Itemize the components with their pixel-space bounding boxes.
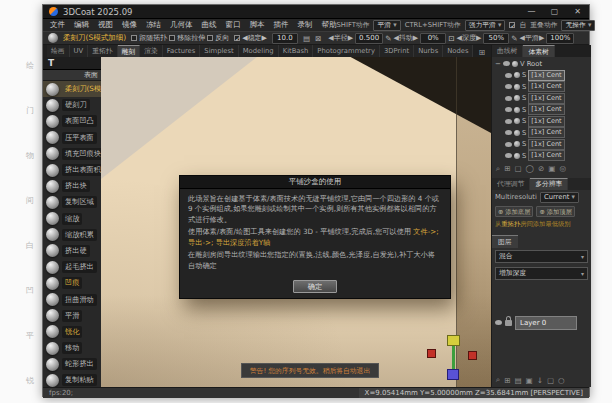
menu-item[interactable]: 冻结	[146, 20, 161, 30]
multires-select[interactable]: Current	[540, 192, 579, 203]
expander-icon[interactable]: −	[495, 60, 501, 68]
vox-tree-row[interactable]: S [1x] Cent	[492, 81, 591, 93]
depth-mode-select[interactable]: 增加深度▾	[495, 267, 588, 280]
visibility-eye-icon[interactable]	[505, 107, 512, 112]
toolbar-checkbox[interactable]: 反向	[207, 33, 229, 43]
brush-param[interactable]: ⊡ ◀深度▶ 50%	[448, 33, 509, 44]
menu-item[interactable]: 帮助	[322, 20, 337, 30]
tool-item[interactable]: 起毛挤出	[43, 259, 101, 275]
vox-tree-row[interactable]: S [1x] Cent	[492, 127, 591, 139]
ghost-sphere-icon[interactable]	[514, 95, 520, 101]
tab-proxy[interactable]: 代理调节	[492, 178, 530, 190]
visibility-eye-icon[interactable]	[505, 84, 512, 89]
ghost-sphere-icon[interactable]	[514, 130, 520, 136]
menu-item[interactable]: 镜像	[122, 20, 137, 30]
vox-layer-name[interactable]: [1x] Cent	[528, 150, 564, 161]
gizmo-handle-red-right[interactable]	[468, 351, 477, 360]
tool-item[interactable]: 表面凹凸	[43, 113, 101, 129]
tool-item[interactable]: 蛇形挤出	[43, 356, 101, 372]
close-button[interactable]: ✕	[566, 5, 589, 18]
vox-layer-name[interactable]: [1x] Cent	[528, 70, 564, 81]
ghost-sphere-icon[interactable]	[514, 118, 520, 124]
param-value[interactable]: 0.500	[355, 33, 383, 44]
ghost-sphere-icon[interactable]	[514, 141, 520, 147]
tool-item[interactable]: 挤出表面积累	[43, 162, 101, 178]
vox-tree-tool-icon[interactable]: ◯	[526, 164, 534, 173]
add-low-level-button[interactable]: ⊕ 添加底层	[495, 206, 533, 217]
visibility-eye-icon[interactable]	[505, 96, 512, 101]
ghost-sphere-icon[interactable]	[514, 72, 520, 78]
tool-item[interactable]: 移动	[43, 340, 101, 356]
blend-mode-select[interactable]: 混合▾	[495, 250, 588, 263]
vox-layer-name[interactable]: [1x] Cent	[528, 104, 564, 115]
layer-row[interactable]: Layer 0	[492, 316, 591, 330]
tool-item[interactable]: 缩放	[43, 211, 101, 227]
toolbar-checkbox[interactable]: 跟随拓扑	[131, 33, 167, 43]
menu-item[interactable]: 插件	[274, 20, 289, 30]
vox-tree-tool-icon[interactable]: ⌕	[496, 164, 500, 174]
room-tab[interactable]: KitBash	[279, 45, 314, 57]
tool-item[interactable]: 硬刻刀	[43, 97, 101, 113]
layers-tool-icon[interactable]: ▣	[526, 376, 533, 385]
vox-tree-row[interactable]: S [1x] Cent	[492, 139, 591, 151]
minimize-button[interactable]: —	[520, 5, 543, 18]
layer-visibility-eye-icon[interactable]	[495, 320, 502, 325]
maximize-button[interactable]: ▢	[543, 5, 566, 18]
root-layer-name[interactable]: Root	[527, 60, 542, 68]
tool-item[interactable]: 凹痕	[43, 275, 101, 291]
brush-preview-icon[interactable]	[48, 33, 58, 43]
tool-item[interactable]: 压平表面	[43, 130, 101, 146]
vox-tree-tool-icon[interactable]: ⊞	[504, 164, 510, 173]
vox-tree-tool-icon[interactable]: ▣	[548, 164, 555, 173]
tool-item[interactable]: 平滑	[43, 308, 101, 324]
stabilize-value[interactable]: 10.0	[272, 33, 298, 44]
layers-tool-icon[interactable]: ▤	[515, 376, 522, 385]
layers-tool-icon[interactable]: ▢	[547, 376, 554, 385]
brush-param[interactable]: ✎ ◀抖动▶ 0%	[385, 33, 446, 44]
ghost-sphere-icon[interactable]	[514, 153, 520, 159]
visibility-eye-icon[interactable]	[505, 153, 512, 158]
vox-layer-name[interactable]: [1x] Cent	[528, 93, 564, 104]
room-tab[interactable]: 渲染	[140, 45, 163, 57]
add-room-icon[interactable]: ⊞	[473, 48, 490, 57]
menu-item[interactable]: 编辑	[74, 20, 89, 30]
layer-name[interactable]: Layer 0	[515, 316, 577, 330]
visibility-eye-icon[interactable]	[505, 142, 512, 147]
ghost-sphere-icon[interactable]	[514, 84, 520, 90]
vox-tree-tool-icon[interactable]: ⊘	[538, 164, 544, 173]
vox-tree-row[interactable]: S [1x] Cent	[492, 150, 591, 162]
layer-lock-icon[interactable]	[505, 320, 512, 326]
visibility-eye-icon[interactable]	[505, 119, 512, 124]
vox-layer-name[interactable]: [1x] Cent	[528, 139, 564, 150]
gizmo-handle-violet[interactable]	[447, 369, 459, 380]
tool-item[interactable]: 填充凹痕块	[43, 146, 101, 162]
layers-tool-icon[interactable]: ↓	[537, 376, 543, 385]
right-panel-tab[interactable]: 体素树	[523, 45, 554, 57]
room-tab[interactable]: 绘画	[47, 45, 70, 57]
vox-layer-name[interactable]: [1x] Cent	[528, 116, 564, 127]
layers-tool-icon[interactable]: ⊞	[504, 376, 510, 385]
vox-tree-row[interactable]: S [1x] Cent	[492, 116, 591, 128]
visibility-eye-icon[interactable]	[503, 61, 510, 66]
menu-item[interactable]: 视图	[98, 20, 113, 30]
param-value[interactable]: 100%	[546, 33, 574, 44]
shift-action-select[interactable]: 平滑	[373, 20, 400, 31]
tool-item[interactable]: 扭曲滑动	[43, 291, 101, 307]
vox-tree-tool-icon[interactable]: ▢	[515, 164, 522, 173]
visibility-eye-icon[interactable]	[505, 73, 512, 78]
clipboard-icon[interactable]: ▤	[303, 34, 310, 43]
param-value[interactable]: 0%	[420, 33, 446, 44]
tool-item[interactable]: 复制区域	[43, 194, 101, 210]
layers-tab[interactable]: 图层	[492, 235, 518, 248]
room-tab[interactable]: 重拓扑	[88, 45, 117, 57]
menu-item[interactable]: 几何体	[170, 20, 193, 30]
vox-layer-name[interactable]: [1x] Cent	[528, 127, 564, 138]
toolbar-checkbox[interactable]: 移除拉伸	[169, 33, 205, 43]
visibility-eye-icon[interactable]	[505, 130, 512, 135]
right-panel-tab[interactable]: 曲线树	[492, 45, 523, 57]
menu-item[interactable]: 文件	[50, 20, 65, 30]
stabilize-control[interactable]: ✓ ◀稳定▶	[234, 33, 267, 43]
lock-icon[interactable]: ⊠	[315, 34, 321, 43]
room-tab[interactable]: 雕刻	[118, 45, 141, 57]
gizmo-handle-yellow[interactable]	[447, 335, 460, 346]
